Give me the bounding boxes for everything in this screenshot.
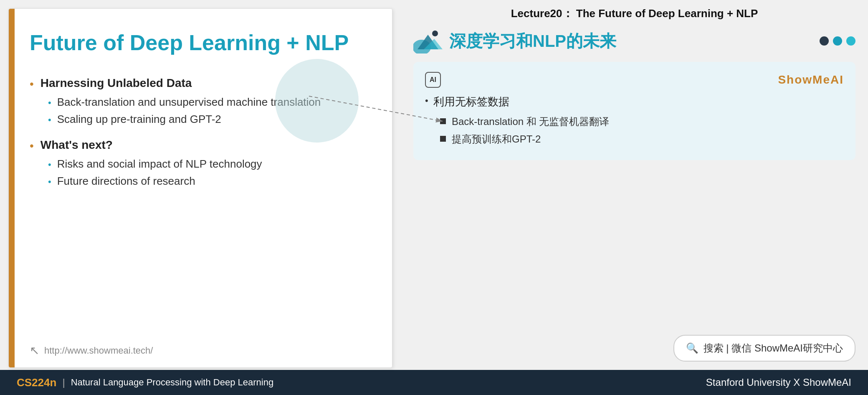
chinese-title-text: 深度学习和NLP的未来 xyxy=(449,30,616,53)
sub-bullets-2: • Risks and social impact of NLP technol… xyxy=(48,158,367,188)
mountain-icon xyxy=(413,28,443,54)
cursor-icon: ↖ xyxy=(30,344,39,357)
card-sub-square-1 xyxy=(440,118,446,124)
bullet-blue-icon-2-1: • xyxy=(48,159,51,170)
stanford-text: Stanford University X ShowMeAI xyxy=(706,377,851,388)
nav-dot-2[interactable] xyxy=(833,36,842,46)
bullet-main-text-1: Harnessing Unlabeled Data xyxy=(40,76,192,90)
slide-footer: ↖ http://www.showmeai.tech/ xyxy=(30,344,153,357)
nav-dot-1[interactable] xyxy=(820,36,829,46)
sub-bullet-text-2-2: Future directions of research xyxy=(57,175,195,188)
ai-icon: AI xyxy=(425,72,441,88)
translation-card: AI ShowMeAI • 利用无标签数据 Back-translation 和… xyxy=(413,62,855,160)
bullet-blue-icon-2-2: • xyxy=(48,176,51,187)
bullet-main-text-2: What's next? xyxy=(40,138,113,152)
slide-title: Future of Deep Learning + NLP xyxy=(30,30,367,56)
card-sub-bullet-1: Back-translation 和 无监督机器翻译 xyxy=(440,115,844,128)
chinese-title-left: 深度学习和NLP的未来 xyxy=(413,28,616,54)
separator: | xyxy=(62,377,65,388)
card-bullet-dot: • xyxy=(425,95,428,106)
footer-url: http://www.showmeai.tech/ xyxy=(44,345,153,356)
card-sub-square-2 xyxy=(440,136,446,142)
showmeai-brand: ShowMeAI xyxy=(778,73,844,87)
lecture-title: Lecture20： The Future of Deep Learning +… xyxy=(413,6,855,21)
course-name: Natural Language Processing with Deep Le… xyxy=(71,377,274,388)
card-main-bullet: • 利用无标签数据 xyxy=(425,94,844,109)
search-box-container: 🔍 搜索 | 微信 ShowMeAI研究中心 xyxy=(413,326,855,362)
nav-dots xyxy=(820,36,855,46)
bullet-orange-icon-1: • xyxy=(30,77,34,91)
slide-left-bar xyxy=(9,9,15,367)
right-panel: Lecture20： The Future of Deep Learning +… xyxy=(405,0,868,370)
search-box[interactable]: 🔍 搜索 | 微信 ShowMeAI研究中心 xyxy=(673,335,855,362)
sub-bullet-text-2-1: Risks and social impact of NLP technolog… xyxy=(57,158,262,171)
sub-bullet-text-1-2: Scaling up pre-training and GPT-2 xyxy=(57,113,221,126)
card-sub-bullets: Back-translation 和 无监督机器翻译 提高预训练和GPT-2 xyxy=(440,115,844,146)
card-sub-bullet-2: 提高预训练和GPT-2 xyxy=(440,133,844,146)
card-top-row: AI ShowMeAI xyxy=(425,72,844,88)
slide-panel: Future of Deep Learning + NLP • Harnessi… xyxy=(8,8,392,368)
svg-point-3 xyxy=(432,31,438,36)
search-text: 搜索 | 微信 ShowMeAI研究中心 xyxy=(704,341,843,355)
bullet-blue-icon-1-2: • xyxy=(48,115,51,125)
sub-bullet-2-1: • Risks and social impact of NLP technol… xyxy=(48,158,367,171)
card-main-bullet-text: 利用无标签数据 xyxy=(433,94,509,109)
bottom-left: CS224n | Natural Language Processing wit… xyxy=(17,376,273,389)
decorative-circle xyxy=(275,59,359,143)
chinese-title-row: 深度学习和NLP的未来 xyxy=(413,28,855,54)
bottom-right: Stanford University X ShowMeAI xyxy=(706,377,851,388)
search-icon: 🔍 xyxy=(686,342,698,354)
sub-bullet-2-2: • Future directions of research xyxy=(48,175,367,188)
card-sub-text-1: Back-translation 和 无监督机器翻译 xyxy=(452,115,609,128)
bottom-bar: CS224n | Natural Language Processing wit… xyxy=(0,370,868,395)
bullet-blue-icon-1-1: • xyxy=(48,97,51,108)
nav-dot-3[interactable] xyxy=(846,36,855,46)
card-sub-text-2: 提高预训练和GPT-2 xyxy=(452,133,541,146)
bullet-orange-icon-2: • xyxy=(30,139,34,153)
course-code: CS224n xyxy=(17,376,56,389)
